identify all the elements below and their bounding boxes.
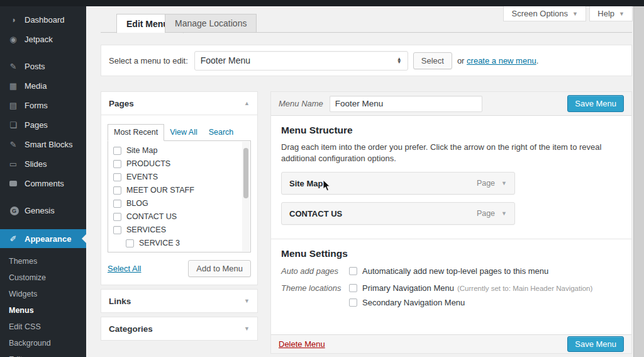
help-button[interactable]: Help ▼ bbox=[589, 6, 633, 21]
scrollbar-thumb[interactable] bbox=[243, 148, 248, 198]
primary-nav-checkbox[interactable] bbox=[349, 284, 357, 292]
save-menu-button-top[interactable]: Save Menu bbox=[567, 95, 624, 112]
add-to-menu-button[interactable]: Add to Menu bbox=[188, 260, 251, 277]
sidebar-item-comments[interactable]: Comments bbox=[0, 175, 86, 191]
menu-select-value: Footer Menu bbox=[201, 55, 250, 65]
expand-arrow-icon[interactable]: ▼ bbox=[244, 298, 250, 304]
dashboard-icon: ◑ bbox=[6, 15, 20, 25]
sidebar-item-appearance[interactable]: ✐ Appearance bbox=[0, 229, 86, 248]
secondary-nav-checkbox[interactable] bbox=[349, 298, 357, 307]
tab-view-all[interactable]: View All bbox=[164, 124, 203, 140]
pages-icon: ❏ bbox=[6, 120, 20, 130]
genesis-icon: G bbox=[6, 205, 20, 215]
sidebar-item-dashboard[interactable]: ◑ Dashboard bbox=[0, 11, 86, 28]
sidebar-item-posts[interactable]: ✎ Posts bbox=[0, 58, 86, 74]
auto-add-checkbox[interactable] bbox=[349, 267, 357, 275]
save-menu-button-bottom[interactable]: Save Menu bbox=[567, 336, 624, 352]
auto-add-option-label: Automatically add new top-level pages to… bbox=[362, 266, 548, 276]
checkbox[interactable] bbox=[113, 173, 121, 181]
sidebar-item-genesis[interactable]: G Genesis bbox=[0, 202, 86, 218]
checkbox[interactable] bbox=[113, 147, 121, 155]
primary-nav-label: Primary Navigation Menu bbox=[362, 283, 454, 293]
collapse-arrow-icon[interactable]: ▲ bbox=[244, 100, 250, 106]
sidebar-item-label: Slides bbox=[25, 159, 47, 169]
pages-panel-title: Pages bbox=[109, 99, 134, 108]
sidebar-item-label: Forms bbox=[25, 101, 48, 110]
pages-checklist: Site Map PRODUCTS EVENTS MEET OUR STAFF … bbox=[108, 140, 251, 252]
pages-inner-tabs: Most Recent View All Search bbox=[108, 124, 251, 140]
page-checklist-item: EVENTS bbox=[113, 173, 248, 181]
menu-structure-title: Menu Structure bbox=[281, 125, 621, 136]
pages-panel: Pages ▲ Most Recent View All Search Site… bbox=[101, 91, 258, 285]
categories-panel: Categories ▼ bbox=[101, 317, 258, 341]
scrollbar-track[interactable] bbox=[242, 142, 250, 251]
menu-item-row-site-map[interactable]: Site Map Page ▼ bbox=[281, 172, 515, 195]
links-panel-header[interactable]: Links ▼ bbox=[101, 290, 257, 312]
sidebar-item-label: Comments bbox=[25, 179, 64, 188]
menu-item-label: Site Map bbox=[289, 179, 323, 188]
admin-bar bbox=[0, 0, 644, 6]
sidebar-item-label: Posts bbox=[25, 62, 45, 71]
sidebar-item-forms[interactable]: ▤ Forms bbox=[0, 97, 86, 113]
checkbox[interactable] bbox=[113, 226, 121, 234]
links-panel: Links ▼ bbox=[101, 289, 258, 313]
comments-icon bbox=[6, 179, 20, 188]
page-item-label: EVENTS bbox=[126, 173, 158, 181]
help-label: Help bbox=[597, 9, 614, 18]
expand-arrow-icon[interactable]: ▼ bbox=[244, 326, 250, 332]
create-new-menu-link[interactable]: create a new menu bbox=[467, 56, 536, 65]
checkbox[interactable] bbox=[113, 186, 121, 195]
categories-panel-title: Categories bbox=[109, 324, 153, 334]
menu-select-dropdown[interactable]: Footer Menu ▲▼ bbox=[194, 51, 408, 71]
menu-item-type: Page bbox=[477, 209, 495, 218]
page-item-label: MEET OUR STAFF bbox=[126, 186, 194, 195]
tab-manage-locations[interactable]: Manage Locations bbox=[165, 14, 257, 33]
sidebar-item-label: Jetpack bbox=[25, 35, 53, 44]
smart-blocks-icon: ✎ bbox=[6, 140, 20, 149]
page-checklist-item: Site Map bbox=[113, 146, 248, 155]
menu-name-input[interactable] bbox=[330, 96, 482, 112]
sidebar-item-label: Smart Blocks bbox=[25, 140, 73, 149]
item-expand-arrow-icon[interactable]: ▼ bbox=[501, 180, 507, 186]
item-expand-arrow-icon[interactable]: ▼ bbox=[501, 210, 507, 217]
menu-name-bar: Menu Name Save Menu bbox=[271, 92, 631, 116]
checkbox[interactable] bbox=[113, 200, 121, 208]
tab-most-recent[interactable]: Most Recent bbox=[108, 124, 164, 141]
current-menu-arrow bbox=[82, 234, 86, 243]
sidebar-item-pages[interactable]: ❏ Pages bbox=[0, 116, 86, 133]
sidebar-item-smart-blocks[interactable]: ✎ Smart Blocks bbox=[0, 136, 86, 152]
page-item-label: SERVICES bbox=[126, 225, 166, 234]
tab-search[interactable]: Search bbox=[203, 124, 240, 140]
sidebar-item-label: Dashboard bbox=[25, 15, 65, 25]
page-checklist-item: MEET OUR STAFF bbox=[113, 186, 248, 195]
select-all-link[interactable]: Select All bbox=[108, 264, 141, 273]
menu-item-row-contact-us[interactable]: CONTACT US Page ▼ bbox=[281, 202, 515, 225]
checkbox[interactable] bbox=[113, 160, 121, 168]
select-button[interactable]: Select bbox=[413, 52, 452, 69]
sidebar-item-label: Genesis bbox=[25, 206, 55, 215]
submenu-item-customize[interactable]: Customize bbox=[0, 269, 86, 286]
sidebar-item-label: Media bbox=[25, 81, 47, 91]
submenu-item-widgets[interactable]: Widgets bbox=[0, 286, 86, 302]
submenu-item-menus[interactable]: Menus bbox=[0, 302, 86, 319]
submenu-item-edit-css[interactable]: Edit CSS bbox=[0, 319, 86, 335]
pages-panel-header[interactable]: Pages ▲ bbox=[101, 92, 257, 115]
jetpack-icon: ◉ bbox=[6, 35, 20, 44]
screen-options-button[interactable]: Screen Options ▼ bbox=[503, 6, 586, 21]
page-item-label: CONTACT US bbox=[126, 212, 177, 221]
categories-panel-header[interactable]: Categories ▼ bbox=[101, 317, 257, 340]
slides-icon: ▭ bbox=[6, 159, 20, 169]
submenu-item-background[interactable]: Background bbox=[0, 335, 86, 351]
submenu-item-editor[interactable]: Editor bbox=[0, 351, 86, 357]
sidebar-item-jetpack[interactable]: ◉ Jetpack bbox=[0, 31, 86, 47]
page-item-label: Site Map bbox=[126, 146, 157, 155]
page-scrollbar[interactable] bbox=[633, 6, 644, 357]
checkbox[interactable] bbox=[126, 239, 134, 247]
checkbox[interactable] bbox=[113, 213, 121, 221]
sidebar-item-slides[interactable]: ▭ Slides bbox=[0, 156, 86, 172]
delete-menu-link[interactable]: Delete Menu bbox=[279, 339, 325, 349]
menu-settings-title: Menu Settings bbox=[281, 248, 621, 259]
sidebar-item-media[interactable]: ▦ Media bbox=[0, 77, 86, 94]
page-item-label: PRODUCTS bbox=[126, 159, 170, 168]
submenu-item-themes[interactable]: Themes bbox=[0, 253, 86, 269]
